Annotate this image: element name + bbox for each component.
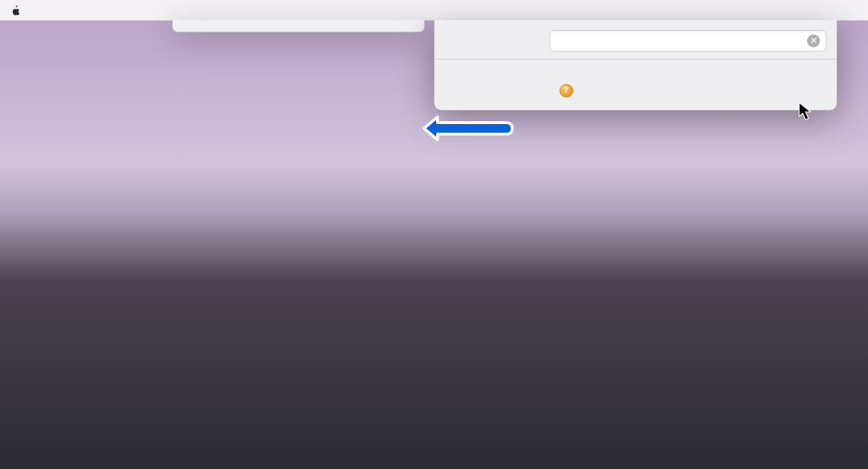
help-section-menu-items bbox=[435, 64, 836, 65]
help-topic-icon: ? bbox=[558, 84, 574, 98]
desktop: ✕ ? bbox=[0, 0, 868, 469]
separator bbox=[435, 59, 836, 60]
help-search-row: ✕ bbox=[435, 27, 836, 59]
help-search-field[interactable]: ✕ bbox=[549, 30, 826, 52]
menubar-app-name[interactable] bbox=[33, 0, 49, 20]
callout-arrow-icon bbox=[422, 115, 515, 142]
apple-logo-icon[interactable] bbox=[9, 4, 22, 16]
help-panel: ✕ ? bbox=[434, 20, 837, 110]
help-footer: ? bbox=[435, 81, 836, 100]
help-section-label bbox=[435, 72, 554, 74]
help-section-label bbox=[435, 64, 554, 65]
help-show-all-topics[interactable]: ? bbox=[554, 81, 836, 100]
menubar bbox=[0, 0, 868, 21]
help-section-topics bbox=[435, 72, 836, 74]
format-menu bbox=[172, 20, 425, 32]
clear-search-icon[interactable]: ✕ bbox=[807, 34, 820, 47]
